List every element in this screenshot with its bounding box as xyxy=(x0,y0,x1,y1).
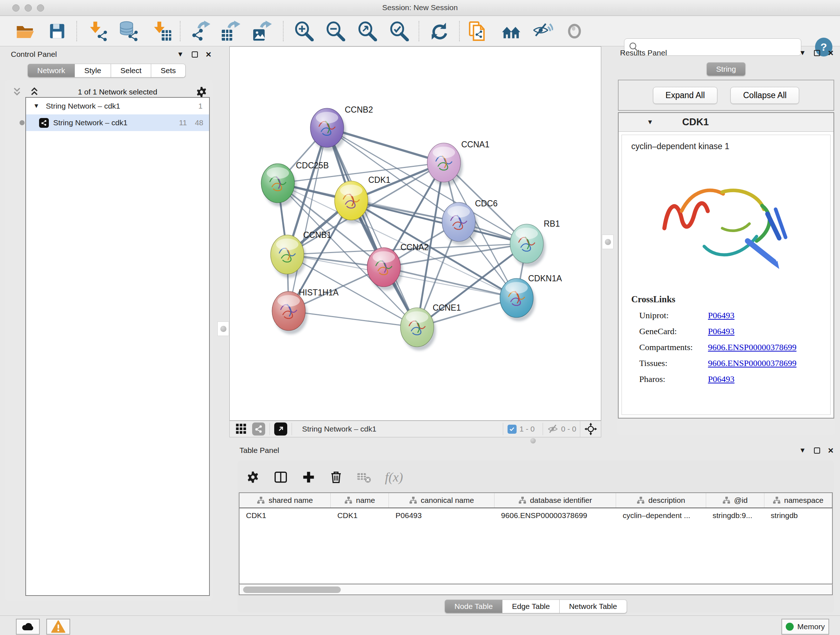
string-home-button[interactable] xyxy=(499,19,523,43)
cloud-status-button[interactable] xyxy=(16,619,40,635)
zoom-out-button[interactable] xyxy=(324,19,347,43)
network-node-CCNB2[interactable]: CCNB2 xyxy=(310,105,373,151)
crosslink-link[interactable]: 9606.ENSP00000378699 xyxy=(708,358,797,368)
import-network-file-button[interactable] xyxy=(86,19,110,43)
network-node-CCNA1[interactable]: CCNA1 xyxy=(427,140,489,186)
node-label: CCNE1 xyxy=(433,303,461,312)
tab-select[interactable]: Select xyxy=(111,64,151,78)
table-row[interactable]: CDK1CDK1P064939606.ENSP00000378699cyclin… xyxy=(240,508,832,524)
column-tree-icon xyxy=(773,496,781,504)
save-session-button[interactable] xyxy=(45,19,69,43)
column-header-canonical-name[interactable]: canonical name xyxy=(389,493,494,508)
crosslink-link[interactable]: 9606.ENSP00000378699 xyxy=(708,342,797,352)
panel-close-icon[interactable]: × xyxy=(828,50,834,56)
network-collection-row[interactable]: ▼ String Network – cdk1 1 xyxy=(26,98,209,114)
expand-all-button[interactable]: Expand All xyxy=(653,87,718,104)
memory-label: Memory xyxy=(797,622,825,631)
string-enhance-button[interactable] xyxy=(531,19,554,43)
apply-layout-button[interactable] xyxy=(427,19,451,43)
node-label: CCNB1 xyxy=(303,230,332,240)
panel-maximize-icon[interactable] xyxy=(192,51,198,57)
column-header-@id[interactable]: @id xyxy=(706,493,764,508)
birdseye-grid-icon[interactable] xyxy=(235,423,247,435)
tab-sets[interactable]: Sets xyxy=(151,64,186,78)
table-options-gear-icon[interactable] xyxy=(246,470,260,484)
memory-status-dot-icon xyxy=(786,623,794,631)
zoom-fit-button[interactable] xyxy=(355,19,379,43)
panel-float-icon[interactable]: ▼ xyxy=(177,50,184,58)
right-splitter-handle[interactable] xyxy=(602,234,614,249)
tab-network-table[interactable]: Network Table xyxy=(560,600,627,613)
collapse-entry-triangle-icon[interactable]: ▼ xyxy=(647,119,653,126)
export-table-button[interactable] xyxy=(219,19,243,43)
network-canvas[interactable]: CCNB2CCNA1CDC25BCDK1CDC6RB1CCNB1CCNA2CDK… xyxy=(229,46,601,421)
network-edge-CCNB2-CCNE1[interactable] xyxy=(327,128,417,327)
string-import-button[interactable] xyxy=(466,19,490,43)
column-header-description[interactable]: description xyxy=(616,493,706,508)
panel-float-icon[interactable]: ▼ xyxy=(799,447,806,454)
panel-close-icon[interactable]: × xyxy=(828,448,834,454)
gene-description: cyclin–dependent kinase 1 xyxy=(631,141,830,151)
network-node-CDKN1A[interactable]: CDKN1A xyxy=(500,274,562,321)
open-session-button[interactable] xyxy=(13,19,36,43)
column-header-database-identifier[interactable]: database identifier xyxy=(494,493,616,508)
zoom-in-button[interactable] xyxy=(292,19,316,43)
export-image-button[interactable] xyxy=(250,19,274,43)
table-horizontal-scrollbar[interactable] xyxy=(239,584,833,595)
network-options-gear-icon[interactable] xyxy=(195,86,208,98)
import-table-file-button[interactable] xyxy=(150,19,174,43)
scrollbar-thumb[interactable] xyxy=(243,586,341,593)
panel-maximize-icon[interactable] xyxy=(814,448,820,454)
tab-style[interactable]: Style xyxy=(75,64,111,78)
collapse-all-button[interactable]: Collapse All xyxy=(730,87,799,104)
create-column-plus-icon[interactable] xyxy=(302,470,316,484)
export-network-button[interactable] xyxy=(189,19,213,43)
memory-button[interactable]: Memory xyxy=(782,619,829,635)
network-edge-CDK1-RB1[interactable] xyxy=(351,201,527,244)
column-header-shared-name[interactable]: shared name xyxy=(240,493,331,508)
panel-maximize-icon[interactable] xyxy=(814,50,820,56)
panel-float-icon[interactable]: ▼ xyxy=(799,49,806,57)
panel-close-icon[interactable]: × xyxy=(206,51,211,57)
crosslink-link[interactable]: P06493 xyxy=(708,326,734,336)
expand-all-networks-icon[interactable] xyxy=(29,87,40,97)
import-network-database-button[interactable] xyxy=(117,19,141,43)
collapse-all-networks-icon[interactable] xyxy=(11,87,22,97)
zoom-selected-button[interactable] xyxy=(387,19,411,43)
tab-node-table[interactable]: Node Table xyxy=(445,600,502,613)
network-edge-HIST1H1A-CCNE1[interactable] xyxy=(289,311,417,327)
open-in-window-icon[interactable] xyxy=(274,423,287,435)
collection-count: 1 xyxy=(198,102,202,111)
network-row-selected[interactable]: String Network – cdk1 11 48 xyxy=(26,114,209,131)
title-bar: Session: New Session xyxy=(0,0,840,16)
crosslink-label: Pharos: xyxy=(639,374,708,384)
bottom-splitter-handle[interactable] xyxy=(531,438,536,443)
network-share-icon[interactable] xyxy=(252,423,265,435)
warnings-button[interactable] xyxy=(46,619,70,635)
center-view-button[interactable] xyxy=(580,421,601,437)
crosslink-link[interactable]: P06493 xyxy=(708,374,734,384)
delete-column-trash-icon[interactable] xyxy=(329,470,343,484)
column-header-namespace[interactable]: namespace xyxy=(764,493,832,508)
tab-string[interactable]: String xyxy=(706,62,746,76)
column-header-name[interactable]: name xyxy=(331,493,389,508)
selected-checkbox-icon[interactable] xyxy=(508,424,516,434)
string-eye-button[interactable] xyxy=(562,19,586,43)
show-columns-icon[interactable] xyxy=(273,470,288,485)
network-node-CCNB1[interactable]: CCNB1 xyxy=(271,230,332,278)
node-label: CCNB2 xyxy=(345,105,373,114)
tab-network[interactable]: Network xyxy=(27,64,75,78)
warning-triangle-icon xyxy=(51,619,65,634)
crosslink-link[interactable]: P06493 xyxy=(708,310,734,320)
collection-expand-triangle-icon[interactable]: ▼ xyxy=(33,103,39,110)
network-node-RB1[interactable]: RB1 xyxy=(510,219,560,267)
tab-edge-table[interactable]: Edge Table xyxy=(502,600,560,613)
network-node-CCNE1[interactable]: CCNE1 xyxy=(401,303,461,350)
gene-name: CDK1 xyxy=(682,117,709,128)
network-node-CDC25B[interactable]: CDC25B xyxy=(261,161,329,206)
network-node-HIST1H1A[interactable]: HIST1H1A xyxy=(272,288,339,334)
column-tree-icon xyxy=(344,496,352,504)
results-panel: Results Panel ▼ × String Expand All Coll… xyxy=(615,46,837,437)
network-edge-CCNB2-HIST1H1A[interactable] xyxy=(289,128,327,311)
left-splitter-handle[interactable] xyxy=(218,321,229,336)
